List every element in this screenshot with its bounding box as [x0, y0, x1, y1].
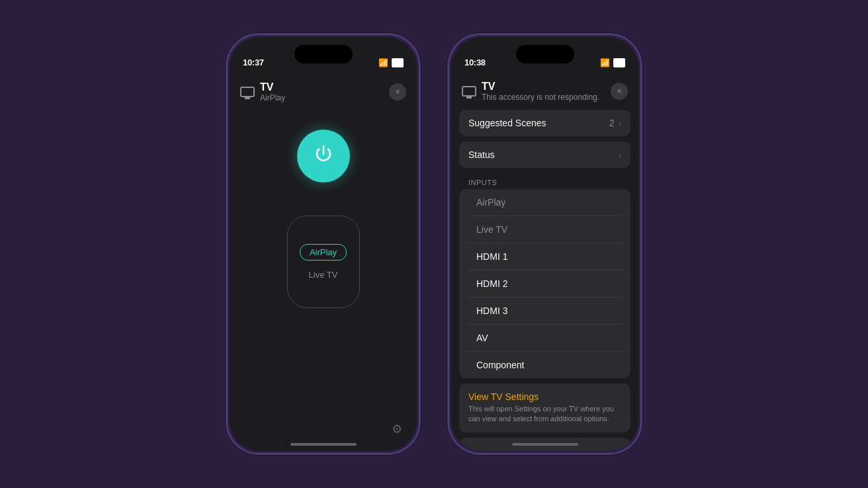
dynamic-island-right	[516, 45, 574, 63]
scene: 10:37 📶 68 TV AirPlay	[0, 0, 868, 488]
right-screen: TV This accessory is not responding. × S…	[451, 71, 638, 451]
remote-title: TV	[260, 81, 285, 93]
power-section	[230, 130, 417, 183]
input-row-livetv[interactable]: Live TV	[467, 216, 623, 243]
inputs-container: AirPlay Live TV HDMI 1 HDMI 2	[459, 189, 630, 378]
battery-left: 68	[392, 58, 404, 67]
phone-right-inner: 10:38 📶 68 TV This accessory is not resp…	[451, 37, 638, 451]
phone-right: 10:38 📶 68 TV This accessory is not resp…	[447, 33, 642, 455]
close-button-right[interactable]: ×	[611, 83, 628, 100]
input-label-hdmi2: HDMI 2	[476, 278, 507, 289]
input-label-hdmi1: HDMI 1	[476, 251, 507, 262]
input-row-hdmi1[interactable]: HDMI 1	[467, 243, 623, 270]
inputs-section-header: INPUTS	[451, 173, 638, 189]
status-section: Status ›	[451, 142, 638, 168]
remote-header-left: TV AirPlay	[240, 81, 285, 103]
suggested-scenes-row[interactable]: Suggested Scenes 2 ›	[459, 110, 630, 136]
home-indicator-left	[290, 443, 357, 446]
status-row[interactable]: Status ›	[459, 142, 630, 168]
settings-icon-left[interactable]: ⚙	[392, 422, 402, 436]
settings-title: TV	[482, 81, 599, 93]
battery-right: 68	[613, 58, 625, 67]
input-label-airplay: AirPlay	[476, 197, 505, 208]
view-tv-settings-desc: This will open Settings on your TV where…	[468, 404, 621, 425]
input-label-component: Component	[476, 360, 524, 370]
status-label: Status	[468, 149, 495, 160]
power-icon	[312, 143, 335, 169]
time-left: 10:37	[243, 58, 264, 67]
status-icons-right: 📶 68	[600, 58, 625, 67]
dynamic-island-left	[294, 45, 353, 63]
suggested-scenes-right: 2 ›	[609, 118, 621, 128]
tv-icon-right	[462, 86, 476, 97]
remote-title-group: TV AirPlay	[260, 81, 285, 103]
settings-title-group: TV This accessory is not responding.	[482, 81, 599, 102]
power-button[interactable]	[297, 130, 350, 183]
suggested-scenes-chevron: ›	[619, 118, 621, 128]
left-screen: TV AirPlay ×	[230, 71, 417, 451]
settings-header: TV This accessory is not responding. ×	[451, 71, 638, 104]
input-label-hdmi3: HDMI 3	[476, 305, 507, 316]
suggested-scenes-count: 2	[609, 118, 615, 128]
tv-icon-left	[240, 87, 255, 97]
phone-left-inner: 10:37 📶 68 TV AirPlay	[230, 37, 417, 451]
time-right: 10:38	[464, 58, 486, 67]
wifi-icon-left: 📶	[378, 58, 388, 67]
input-label-av: AV	[476, 333, 488, 343]
view-tv-settings-button[interactable]: View TV Settings This will open Settings…	[459, 384, 630, 432]
status-icons-left: 📶 68	[378, 58, 404, 67]
input-label-livetv: Live TV	[476, 224, 507, 235]
wifi-icon-right: 📶	[600, 58, 610, 67]
info-manufacturer-value: LG Electronics	[553, 450, 613, 451]
input-row-component[interactable]: Component	[467, 352, 623, 378]
settings-subtitle: This accessory is not responding.	[482, 93, 599, 102]
input-row-hdmi2[interactable]: HDMI 2	[467, 270, 623, 298]
input-row-av[interactable]: AV	[467, 325, 623, 352]
home-indicator-right	[512, 443, 578, 446]
inputs-section: INPUTS AirPlay Live TV HDMI 1	[451, 173, 638, 378]
remote-header: TV AirPlay ×	[230, 71, 417, 110]
suggested-scenes-label: Suggested Scenes	[468, 118, 546, 128]
view-tv-settings-title: View TV Settings	[468, 391, 621, 402]
input-livetv[interactable]: Live TV	[309, 270, 338, 280]
settings-header-left: TV This accessory is not responding.	[462, 81, 599, 102]
input-row-airplay[interactable]: AirPlay	[467, 189, 623, 216]
phone-left: 10:37 📶 68 TV AirPlay	[226, 33, 421, 455]
suggested-scenes-section: Suggested Scenes 2 ›	[451, 110, 638, 136]
input-selector: AirPlay Live TV	[287, 216, 360, 308]
status-chevron: ›	[619, 150, 621, 160]
input-airplay-active[interactable]: AirPlay	[300, 244, 347, 261]
close-button-left[interactable]: ×	[389, 83, 406, 101]
inputs-list: AirPlay Live TV HDMI 1 HDMI 2	[459, 189, 630, 378]
remote-subtitle: AirPlay	[260, 93, 285, 102]
info-manufacturer-label: Manufacturer	[476, 450, 531, 451]
input-row-hdmi3[interactable]: HDMI 3	[467, 298, 623, 325]
